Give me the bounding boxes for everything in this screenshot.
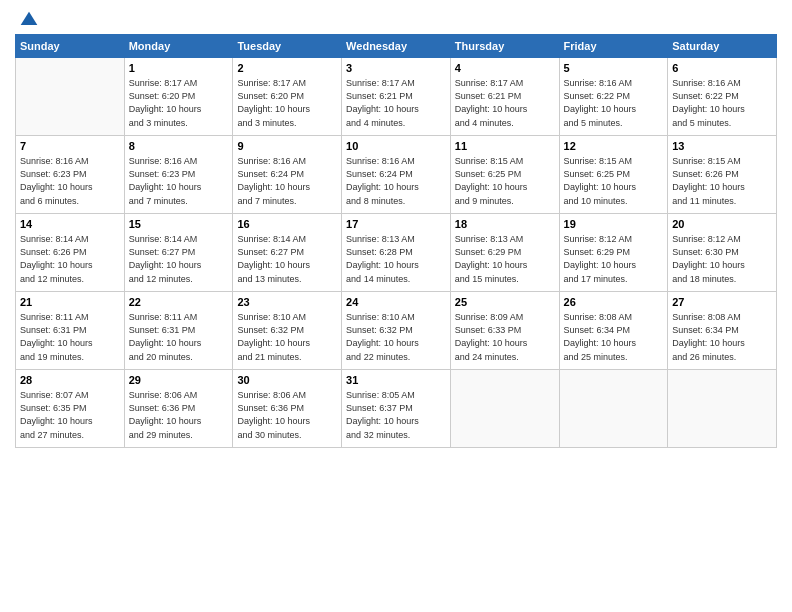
day-info: Sunrise: 8:07 AMSunset: 6:35 PMDaylight:… [20, 389, 120, 441]
day-number: 18 [455, 217, 555, 232]
day-number: 6 [672, 61, 772, 76]
calendar-cell: 27Sunrise: 8:08 AMSunset: 6:34 PMDayligh… [668, 292, 777, 370]
calendar-cell: 19Sunrise: 8:12 AMSunset: 6:29 PMDayligh… [559, 214, 668, 292]
calendar-cell: 31Sunrise: 8:05 AMSunset: 6:37 PMDayligh… [342, 370, 451, 448]
calendar-cell: 21Sunrise: 8:11 AMSunset: 6:31 PMDayligh… [16, 292, 125, 370]
day-number: 15 [129, 217, 229, 232]
day-header-wednesday: Wednesday [342, 35, 451, 58]
day-info: Sunrise: 8:14 AMSunset: 6:27 PMDaylight:… [237, 233, 337, 285]
calendar-cell: 17Sunrise: 8:13 AMSunset: 6:28 PMDayligh… [342, 214, 451, 292]
day-header-sunday: Sunday [16, 35, 125, 58]
day-number: 23 [237, 295, 337, 310]
day-header-thursday: Thursday [450, 35, 559, 58]
day-info: Sunrise: 8:06 AMSunset: 6:36 PMDaylight:… [129, 389, 229, 441]
day-info: Sunrise: 8:16 AMSunset: 6:22 PMDaylight:… [672, 77, 772, 129]
day-info: Sunrise: 8:17 AMSunset: 6:21 PMDaylight:… [346, 77, 446, 129]
calendar-cell: 24Sunrise: 8:10 AMSunset: 6:32 PMDayligh… [342, 292, 451, 370]
day-number: 29 [129, 373, 229, 388]
day-info: Sunrise: 8:08 AMSunset: 6:34 PMDaylight:… [564, 311, 664, 363]
calendar-cell: 5Sunrise: 8:16 AMSunset: 6:22 PMDaylight… [559, 58, 668, 136]
day-info: Sunrise: 8:15 AMSunset: 6:25 PMDaylight:… [564, 155, 664, 207]
calendar-cell: 14Sunrise: 8:14 AMSunset: 6:26 PMDayligh… [16, 214, 125, 292]
day-number: 11 [455, 139, 555, 154]
day-info: Sunrise: 8:08 AMSunset: 6:34 PMDaylight:… [672, 311, 772, 363]
day-number: 5 [564, 61, 664, 76]
day-info: Sunrise: 8:13 AMSunset: 6:29 PMDaylight:… [455, 233, 555, 285]
calendar-cell [450, 370, 559, 448]
day-number: 12 [564, 139, 664, 154]
day-header-monday: Monday [124, 35, 233, 58]
day-info: Sunrise: 8:15 AMSunset: 6:25 PMDaylight:… [455, 155, 555, 207]
day-number: 4 [455, 61, 555, 76]
day-info: Sunrise: 8:06 AMSunset: 6:36 PMDaylight:… [237, 389, 337, 441]
day-number: 10 [346, 139, 446, 154]
day-number: 27 [672, 295, 772, 310]
day-info: Sunrise: 8:17 AMSunset: 6:21 PMDaylight:… [455, 77, 555, 129]
day-number: 9 [237, 139, 337, 154]
calendar-cell: 10Sunrise: 8:16 AMSunset: 6:24 PMDayligh… [342, 136, 451, 214]
calendar-cell: 15Sunrise: 8:14 AMSunset: 6:27 PMDayligh… [124, 214, 233, 292]
day-info: Sunrise: 8:16 AMSunset: 6:23 PMDaylight:… [20, 155, 120, 207]
calendar-cell: 12Sunrise: 8:15 AMSunset: 6:25 PMDayligh… [559, 136, 668, 214]
calendar-cell: 3Sunrise: 8:17 AMSunset: 6:21 PMDaylight… [342, 58, 451, 136]
day-number: 28 [20, 373, 120, 388]
calendar-cell: 26Sunrise: 8:08 AMSunset: 6:34 PMDayligh… [559, 292, 668, 370]
day-header-friday: Friday [559, 35, 668, 58]
day-info: Sunrise: 8:17 AMSunset: 6:20 PMDaylight:… [237, 77, 337, 129]
logo [15, 10, 39, 26]
day-info: Sunrise: 8:09 AMSunset: 6:33 PMDaylight:… [455, 311, 555, 363]
day-number: 17 [346, 217, 446, 232]
day-info: Sunrise: 8:12 AMSunset: 6:29 PMDaylight:… [564, 233, 664, 285]
calendar-cell [668, 370, 777, 448]
day-info: Sunrise: 8:11 AMSunset: 6:31 PMDaylight:… [129, 311, 229, 363]
day-number: 14 [20, 217, 120, 232]
day-number: 19 [564, 217, 664, 232]
calendar-cell: 6Sunrise: 8:16 AMSunset: 6:22 PMDaylight… [668, 58, 777, 136]
calendar-cell [16, 58, 125, 136]
calendar-cell: 8Sunrise: 8:16 AMSunset: 6:23 PMDaylight… [124, 136, 233, 214]
calendar-page: SundayMondayTuesdayWednesdayThursdayFrid… [0, 0, 792, 612]
day-number: 2 [237, 61, 337, 76]
calendar-cell: 11Sunrise: 8:15 AMSunset: 6:25 PMDayligh… [450, 136, 559, 214]
day-number: 30 [237, 373, 337, 388]
calendar-cell: 13Sunrise: 8:15 AMSunset: 6:26 PMDayligh… [668, 136, 777, 214]
day-number: 3 [346, 61, 446, 76]
calendar-cell: 28Sunrise: 8:07 AMSunset: 6:35 PMDayligh… [16, 370, 125, 448]
calendar-cell: 22Sunrise: 8:11 AMSunset: 6:31 PMDayligh… [124, 292, 233, 370]
day-number: 26 [564, 295, 664, 310]
header [15, 10, 777, 26]
calendar-cell: 4Sunrise: 8:17 AMSunset: 6:21 PMDaylight… [450, 58, 559, 136]
day-number: 7 [20, 139, 120, 154]
day-info: Sunrise: 8:05 AMSunset: 6:37 PMDaylight:… [346, 389, 446, 441]
calendar-cell [559, 370, 668, 448]
day-info: Sunrise: 8:14 AMSunset: 6:27 PMDaylight:… [129, 233, 229, 285]
day-number: 1 [129, 61, 229, 76]
day-number: 24 [346, 295, 446, 310]
calendar-cell: 29Sunrise: 8:06 AMSunset: 6:36 PMDayligh… [124, 370, 233, 448]
day-info: Sunrise: 8:10 AMSunset: 6:32 PMDaylight:… [346, 311, 446, 363]
day-number: 21 [20, 295, 120, 310]
day-info: Sunrise: 8:10 AMSunset: 6:32 PMDaylight:… [237, 311, 337, 363]
calendar-cell: 30Sunrise: 8:06 AMSunset: 6:36 PMDayligh… [233, 370, 342, 448]
day-info: Sunrise: 8:14 AMSunset: 6:26 PMDaylight:… [20, 233, 120, 285]
calendar-cell: 25Sunrise: 8:09 AMSunset: 6:33 PMDayligh… [450, 292, 559, 370]
day-number: 22 [129, 295, 229, 310]
day-number: 20 [672, 217, 772, 232]
calendar-cell: 23Sunrise: 8:10 AMSunset: 6:32 PMDayligh… [233, 292, 342, 370]
day-info: Sunrise: 8:12 AMSunset: 6:30 PMDaylight:… [672, 233, 772, 285]
day-info: Sunrise: 8:16 AMSunset: 6:24 PMDaylight:… [237, 155, 337, 207]
day-info: Sunrise: 8:16 AMSunset: 6:22 PMDaylight:… [564, 77, 664, 129]
day-header-tuesday: Tuesday [233, 35, 342, 58]
day-info: Sunrise: 8:15 AMSunset: 6:26 PMDaylight:… [672, 155, 772, 207]
day-number: 25 [455, 295, 555, 310]
day-info: Sunrise: 8:16 AMSunset: 6:24 PMDaylight:… [346, 155, 446, 207]
day-info: Sunrise: 8:16 AMSunset: 6:23 PMDaylight:… [129, 155, 229, 207]
day-header-saturday: Saturday [668, 35, 777, 58]
day-number: 31 [346, 373, 446, 388]
calendar-cell: 18Sunrise: 8:13 AMSunset: 6:29 PMDayligh… [450, 214, 559, 292]
day-info: Sunrise: 8:13 AMSunset: 6:28 PMDaylight:… [346, 233, 446, 285]
day-number: 8 [129, 139, 229, 154]
calendar-cell: 9Sunrise: 8:16 AMSunset: 6:24 PMDaylight… [233, 136, 342, 214]
calendar-cell: 20Sunrise: 8:12 AMSunset: 6:30 PMDayligh… [668, 214, 777, 292]
day-number: 16 [237, 217, 337, 232]
